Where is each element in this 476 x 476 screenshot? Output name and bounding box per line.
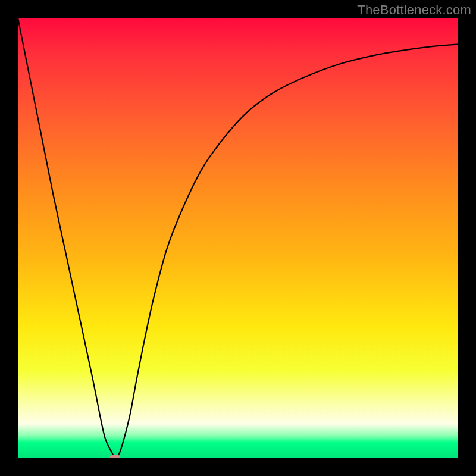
bottleneck-curve-svg — [18, 18, 458, 458]
optimal-point-marker — [109, 455, 120, 458]
chart-frame: TheBottleneck.com — [0, 0, 476, 476]
plot-area — [18, 18, 458, 458]
bottleneck-curve-path — [18, 18, 458, 458]
watermark-text: TheBottleneck.com — [357, 2, 471, 18]
